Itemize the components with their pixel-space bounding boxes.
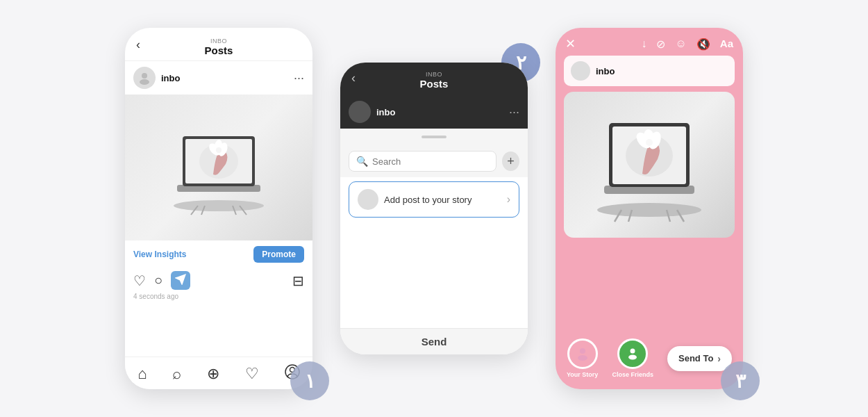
comment-icon[interactable]: ○ xyxy=(154,272,162,288)
phone3-top-bar: ✕ ↓ ⊘ ☺ 🔇 Aa xyxy=(556,28,743,56)
search-input[interactable] xyxy=(372,156,489,167)
phone1-inbo-label: INBO xyxy=(210,38,227,44)
phone1-actions-row: ♡ ○ ⊟ xyxy=(125,268,312,293)
like-icon[interactable]: ♡ xyxy=(133,272,146,289)
link-icon[interactable]: ⊘ xyxy=(656,38,665,51)
phone-2-wrapper: ٢ ‹ INBO Posts inbo ··· 🔍 xyxy=(340,63,528,354)
phone1-timestamp: 4 seconds ago xyxy=(125,293,312,304)
phone-3: ✕ ↓ ⊘ ☺ 🔇 Aa inbo xyxy=(556,28,743,389)
phone2-header: ‹ INBO Posts xyxy=(340,63,528,95)
send-to-chevron-icon: › xyxy=(717,353,721,364)
story-avatar xyxy=(358,189,378,210)
nav-search-icon[interactable]: ⌕ xyxy=(172,365,181,383)
phone2-back-button[interactable]: ‹ xyxy=(351,71,356,85)
phone2-search-box: 🔍 xyxy=(349,151,496,172)
phone3-user-row: inbo xyxy=(564,56,735,86)
phone3-avatar xyxy=(571,61,590,81)
nav-add-icon[interactable]: ⊕ xyxy=(207,365,219,383)
svg-point-36 xyxy=(628,355,637,360)
svg-point-0 xyxy=(142,73,147,79)
phone2-more-button[interactable]: ··· xyxy=(509,105,519,120)
phone2-white-area xyxy=(340,222,528,328)
phone-3-wrapper: ✕ ↓ ⊘ ☺ 🔇 Aa inbo xyxy=(556,28,743,389)
close-icon[interactable]: ✕ xyxy=(565,36,576,51)
close-friends-option[interactable]: Close Friends xyxy=(612,338,653,378)
add-to-story-row[interactable]: Add post to your story › xyxy=(349,181,519,218)
phone2-drag-handle[interactable] xyxy=(340,129,528,145)
bookmark-icon[interactable]: ⊟ xyxy=(292,272,304,289)
close-friends-label: Close Friends xyxy=(612,371,653,378)
phone2-inbo-label: INBO xyxy=(426,71,442,78)
phone1-user-row: inbo ··· xyxy=(125,61,312,95)
search-icon: 🔍 xyxy=(356,156,368,167)
emoji-icon[interactable]: ☺ xyxy=(675,38,686,51)
step-1-bubble: ١ xyxy=(290,361,329,400)
svg-point-20 xyxy=(597,203,701,217)
your-story-circle[interactable] xyxy=(567,338,598,369)
phone2-header-title: Posts xyxy=(420,78,449,90)
svg-point-33 xyxy=(580,348,585,354)
svg-point-35 xyxy=(631,349,635,354)
phone1-avatar xyxy=(133,67,156,89)
view-insights-link[interactable]: View Insights xyxy=(133,250,186,259)
download-icon[interactable]: ↓ xyxy=(641,38,646,51)
promote-button[interactable]: Promote xyxy=(253,246,304,263)
share-icon[interactable] xyxy=(171,271,190,290)
phone1-back-button[interactable]: ‹ xyxy=(136,38,140,52)
phone-1-wrapper: ‹ INBO Posts inbo ··· xyxy=(125,28,312,389)
your-story-option[interactable]: Your Story xyxy=(567,338,598,378)
chevron-right-icon: › xyxy=(507,193,510,206)
svg-point-28 xyxy=(646,139,653,146)
phone3-top-icons: ↓ ⊘ ☺ 🔇 Aa xyxy=(641,38,733,51)
scene: ‹ INBO Posts inbo ··· xyxy=(0,0,868,417)
phone2-username: inbo xyxy=(376,107,503,117)
svg-point-2 xyxy=(174,200,264,211)
phone1-username: inbo xyxy=(161,73,288,83)
svg-point-1 xyxy=(140,79,149,85)
phone-1: ‹ INBO Posts inbo ··· xyxy=(125,28,312,389)
phone1-insights-row: View Insights Promote xyxy=(125,240,312,268)
phone3-post-image xyxy=(564,92,735,238)
your-story-label: Your Story xyxy=(567,371,598,378)
phone2-search-row: 🔍 + xyxy=(340,145,528,177)
phone-2: ‹ INBO Posts inbo ··· 🔍 + xyxy=(340,63,528,354)
phone2-avatar xyxy=(349,101,371,123)
phone3-bottom-bar: Your Story Close Friends Send To › xyxy=(556,330,743,389)
send-to-label: Send To xyxy=(678,353,713,363)
phone2-send-bar: Send xyxy=(340,328,528,354)
nav-heart-icon[interactable]: ♡ xyxy=(245,365,259,383)
nav-home-icon[interactable]: ⌂ xyxy=(137,365,147,383)
drag-bar xyxy=(422,136,446,138)
add-button[interactable]: + xyxy=(502,152,519,171)
phone1-header: ‹ INBO Posts xyxy=(125,28,312,61)
add-story-text: Add post to your story xyxy=(384,195,501,205)
phone1-header-title: Posts xyxy=(205,44,233,56)
mute-icon[interactable]: 🔇 xyxy=(696,38,710,51)
close-friends-circle[interactable] xyxy=(617,338,648,369)
send-to-button[interactable]: Send To › xyxy=(667,346,732,371)
phone2-user-row: inbo ··· xyxy=(340,95,528,129)
phone1-post-image xyxy=(125,95,312,240)
svg-point-34 xyxy=(578,355,587,361)
text-style-icon[interactable]: Aa xyxy=(720,38,733,51)
svg-point-11 xyxy=(216,147,222,153)
phone3-username: inbo xyxy=(596,66,615,76)
svg-marker-17 xyxy=(176,275,185,284)
phone1-more-button[interactable]: ··· xyxy=(294,71,304,85)
send-button[interactable]: Send xyxy=(422,336,447,348)
step-3-bubble: ٣ xyxy=(721,361,760,400)
phone1-nav-bar: ⌂ ⌕ ⊕ ♡ xyxy=(125,357,312,389)
